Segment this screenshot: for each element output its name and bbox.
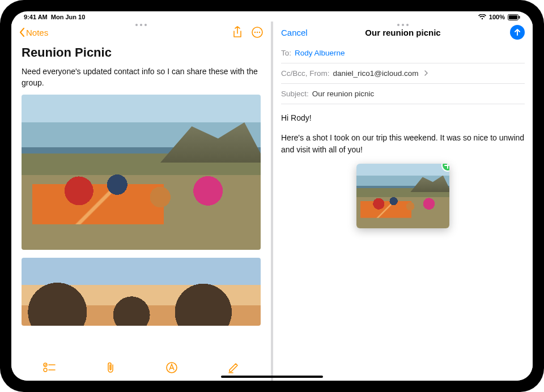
cc-label: Cc/Bcc, From: — [281, 69, 330, 78]
battery-percent: 100% — [489, 14, 505, 20]
subject-value: Our reunion picnic — [312, 90, 375, 98]
share-button[interactable] — [232, 26, 243, 39]
mail-header-fields: To: Rody Albuerne Cc/Bcc, From: daniel_r… — [273, 43, 533, 104]
svg-rect-2 — [519, 16, 520, 19]
ellipsis-circle-icon — [252, 27, 263, 38]
status-time: 9:41 AM — [24, 14, 48, 20]
paperclip-icon — [105, 361, 116, 374]
to-field[interactable]: To: Rody Albuerne — [281, 43, 525, 63]
mail-compose-pane: Cancel Our reunion picnic To: Rody Albue… — [273, 22, 533, 381]
compose-icon — [227, 361, 240, 374]
attachment-drop-area[interactable] — [281, 164, 525, 228]
svg-point-9 — [44, 368, 47, 372]
notes-pane: Notes Reunion Picnic Need everyone's upd… — [11, 22, 271, 381]
svg-point-6 — [259, 32, 260, 33]
cc-from-field[interactable]: Cc/Bcc, From: daniel_rico1@icloud.com — [281, 63, 525, 84]
mail-body-text: Here's a shot I took on our trip this we… — [281, 132, 525, 156]
status-date: Mon Jun 10 — [51, 14, 86, 20]
note-image-secondary[interactable] — [22, 258, 261, 326]
note-image-primary[interactable] — [22, 95, 261, 250]
home-indicator[interactable] — [221, 376, 323, 378]
checklist-button[interactable] — [43, 362, 56, 373]
send-button[interactable] — [510, 25, 525, 40]
subject-label: Subject: — [281, 90, 309, 98]
mail-title: Our reunion picnic — [365, 28, 440, 37]
back-label: Notes — [26, 28, 48, 37]
multitask-control-right[interactable] — [397, 24, 409, 26]
compose-button[interactable] — [227, 361, 240, 374]
subject-field[interactable]: Subject: Our reunion picnic — [281, 84, 525, 104]
chevron-right-icon[interactable] — [424, 69, 428, 78]
multitask-control-left[interactable] — [135, 24, 147, 26]
wifi-icon — [478, 14, 486, 20]
svg-point-5 — [257, 32, 258, 33]
mail-body[interactable]: Hi Rody! Here's a shot I took on our tri… — [273, 104, 533, 236]
status-bar: 9:41 AM Mon Jun 10 100% — [11, 11, 533, 22]
markup-button[interactable] — [165, 361, 178, 374]
note-title: Reunion Picnic — [22, 45, 261, 60]
battery-icon — [508, 14, 520, 20]
plus-icon — [444, 164, 449, 169]
from-value: daniel_rico1@icloud.com — [333, 69, 419, 78]
note-content[interactable]: Reunion Picnic Need everyone's updated c… — [11, 43, 271, 357]
svg-point-4 — [254, 32, 256, 33]
share-icon — [232, 26, 243, 39]
to-value[interactable]: Rody Albuerne — [295, 49, 345, 57]
split-view: Notes Reunion Picnic Need everyone's upd… — [11, 22, 533, 381]
screen: 9:41 AM Mon Jun 10 100% — [11, 11, 533, 381]
dragged-attachment[interactable] — [356, 164, 449, 228]
markup-icon — [165, 361, 178, 374]
to-label: To: — [281, 49, 291, 57]
more-button[interactable] — [252, 27, 263, 38]
checklist-icon — [43, 362, 56, 373]
chevron-left-icon — [19, 28, 25, 37]
back-button[interactable]: Notes — [19, 28, 48, 37]
svg-rect-1 — [509, 15, 517, 19]
mail-greeting: Hi Rody! — [281, 112, 525, 124]
arrow-up-icon — [513, 28, 521, 36]
note-body-text: Need everyone's updated contact info so … — [22, 66, 261, 89]
ipad-frame: 9:41 AM Mon Jun 10 100% — [0, 0, 544, 392]
cancel-button[interactable]: Cancel — [281, 28, 308, 37]
attachment-button[interactable] — [105, 361, 116, 374]
